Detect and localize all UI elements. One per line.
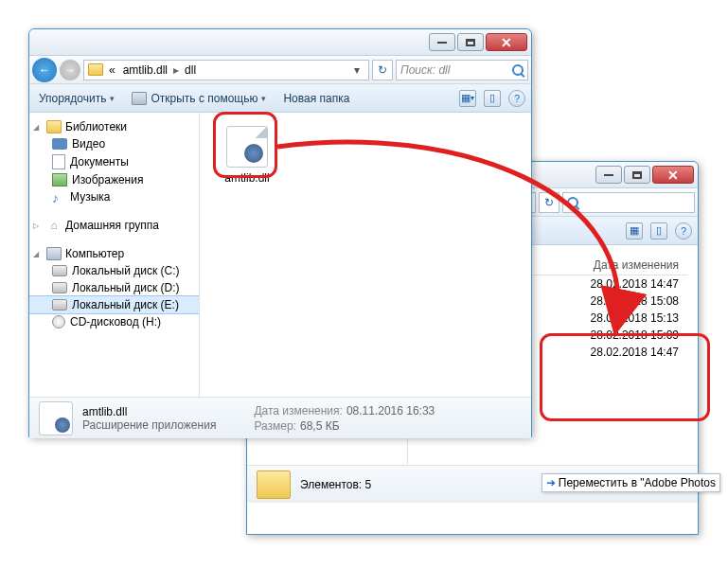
sidebar-item-documents[interactable]: Документы (29, 152, 199, 171)
chevron-down-icon: ▾ (261, 94, 266, 103)
address-bar[interactable]: « amtlib.dll ▸ dll ▾ (83, 60, 369, 80)
search-icon (512, 64, 524, 76)
minimize-icon (604, 174, 613, 176)
view-icon[interactable]: ▦▾ (459, 90, 476, 107)
details-filename: amtlib.dll (82, 405, 216, 418)
open-with-menu[interactable]: Открыть с помощью ▾ (128, 90, 270, 107)
sidebar-item-images[interactable]: Изображения (29, 171, 199, 188)
sidebar-head-homegroup[interactable]: ⌂Домашняя группа (29, 217, 199, 234)
sidebar-label: Документы (70, 155, 129, 169)
sidebar-label: Изображения (72, 173, 143, 186)
folder-icon (257, 470, 291, 499)
sidebar-group-homegroup: ⌂Домашняя группа (29, 217, 199, 234)
annotation-highlight-source (213, 112, 277, 178)
help-icon[interactable]: ? (508, 90, 525, 107)
address-dropdown-icon[interactable]: ▾ (349, 63, 364, 77)
forward-arrow-icon: → (64, 63, 76, 77)
cell-date: 28.02.2018 15:08 (591, 294, 679, 308)
column-date[interactable]: Дата изменения (594, 258, 679, 272)
refresh-button[interactable]: ↻ (372, 60, 393, 80)
cell-date: 28.02.2018 14:47 (591, 277, 679, 291)
status-text: Элементов: 5 (300, 478, 371, 491)
cd-icon (52, 315, 65, 328)
annotation-highlight-target (540, 333, 710, 421)
forward-button[interactable]: → (60, 60, 80, 80)
sidebar-item-cd[interactable]: CD-дисковод (H:) (29, 313, 199, 330)
minimize-icon (437, 42, 447, 44)
explorer-window-dll[interactable]: ✕ ← → « amtlib.dll ▸ dll ▾ ↻ Поиск: dll … (28, 28, 532, 437)
sidebar-label: Библиотеки (65, 120, 127, 133)
search-box[interactable]: Поиск: dll (396, 60, 528, 80)
maximize-button[interactable] (624, 166, 650, 184)
titlebar[interactable]: ✕ (29, 29, 531, 56)
sidebar-head-libraries[interactable]: Библиотеки (29, 118, 199, 135)
disk-icon (52, 299, 67, 311)
organize-menu[interactable]: Упорядочить ▾ (35, 90, 118, 107)
sidebar-item-disk-c[interactable]: Локальный диск (C:) (29, 262, 199, 279)
close-button[interactable]: ✕ (652, 166, 694, 184)
search-icon (567, 197, 578, 208)
breadcrumb-item[interactable]: dll (183, 63, 198, 77)
document-icon (52, 154, 65, 169)
sidebar-label: CD-дисковод (H:) (70, 315, 161, 328)
sidebar-group-computer: Компьютер Локальный диск (C:) Локальный … (29, 245, 199, 330)
window-body: Библиотеки Видео Документы Изображения ♪… (29, 113, 531, 397)
sidebar-label: Локальный диск (E:) (72, 298, 179, 311)
close-button[interactable]: ✕ (486, 33, 527, 51)
sidebar-item-video[interactable]: Видео (29, 135, 199, 152)
view-icon[interactable]: ▦ (626, 222, 643, 240)
sidebar-label: Видео (72, 137, 105, 151)
sidebar-item-disk-d[interactable]: Локальный диск (D:) (29, 279, 199, 296)
drag-tooltip: ➜ Переместить в "Adobe Photos (542, 473, 720, 492)
close-icon: ✕ (667, 168, 679, 183)
breadcrumb-item[interactable]: amtlib.dll (121, 63, 169, 77)
breadcrumb-prefix[interactable]: « (107, 63, 117, 77)
toolbar: Упорядочить ▾ Открыть с помощью ▾ Новая … (29, 84, 531, 113)
cell-date: 28.02.2018 15:13 (591, 311, 679, 325)
sidebar: Библиотеки Видео Документы Изображения ♪… (29, 113, 200, 397)
search-placeholder: Поиск: dll (400, 63, 450, 77)
size-value: 68,5 КБ (300, 419, 340, 433)
details-pane: amtlib.dll Расширение приложения Дата из… (29, 397, 531, 438)
back-arrow-icon: ← (39, 63, 50, 77)
back-button[interactable]: ← (32, 58, 57, 82)
details-text: amtlib.dll Расширение приложения (82, 405, 216, 432)
video-icon (52, 138, 67, 150)
drag-tooltip-text: Переместить в "Adobe Photos (559, 476, 716, 489)
move-arrow-icon: ➜ (546, 476, 556, 489)
open-with-label: Открыть с помощью (151, 92, 257, 105)
navigation-bar: ← → « amtlib.dll ▸ dll ▾ ↻ Поиск: dll (29, 56, 531, 84)
preview-pane-icon[interactable]: ▯ (484, 90, 501, 107)
homegroup-icon: ⌂ (46, 219, 62, 232)
image-icon (52, 173, 67, 186)
help-icon[interactable]: ? (675, 222, 692, 240)
sidebar-label: Локальный диск (D:) (72, 281, 180, 294)
date-label: Дата изменения: (254, 404, 343, 417)
maximize-icon (632, 171, 642, 179)
search-box[interactable] (562, 192, 695, 213)
chevron-right-icon[interactable]: ▸ (173, 63, 179, 77)
disk-icon (52, 265, 67, 276)
size-label: Размер: (254, 419, 296, 433)
minimize-button[interactable] (429, 33, 455, 51)
toolbar-right: ▦▾ ▯ ? (459, 90, 525, 107)
minimize-button[interactable] (595, 166, 622, 184)
music-icon: ♪ (52, 190, 65, 204)
refresh-button[interactable]: ↻ (539, 192, 559, 213)
details-meta: Дата изменения:08.11.2016 16:33 Размер:6… (254, 404, 435, 433)
preview-pane-icon[interactable]: ▯ (650, 222, 667, 240)
app-icon (132, 92, 147, 105)
details-filetype: Расширение приложения (82, 418, 216, 432)
organize-label: Упорядочить (39, 92, 106, 105)
sidebar-head-computer[interactable]: Компьютер (29, 245, 199, 262)
disk-icon (52, 282, 67, 293)
toolbar-right: ▦ ▯ ? (626, 222, 692, 240)
dll-file-icon (39, 401, 73, 435)
sidebar-label: Компьютер (65, 247, 124, 260)
new-folder-button[interactable]: Новая папка (279, 90, 353, 107)
sidebar-label: Музыка (70, 190, 110, 204)
maximize-button[interactable] (457, 33, 484, 51)
sidebar-item-music[interactable]: ♪Музыка (29, 188, 199, 205)
maximize-icon (466, 39, 475, 46)
sidebar-item-disk-e[interactable]: Локальный диск (E:) (29, 296, 199, 313)
